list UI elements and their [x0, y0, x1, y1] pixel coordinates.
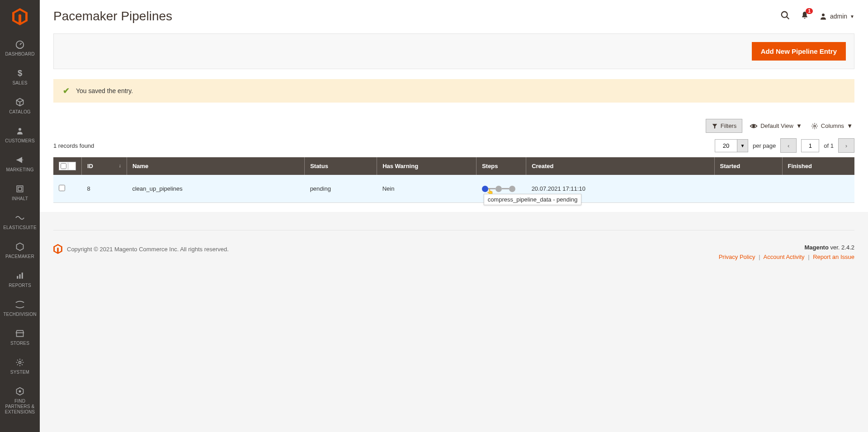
grid-header-row: ▼ ID↓ Name Status Has Warning Steps Crea… — [53, 157, 854, 175]
row-checkbox[interactable] — [59, 185, 65, 191]
sidebar-item-dashboard[interactable]: DASHBOARD — [0, 33, 40, 62]
success-text: You saved the entry. — [76, 87, 133, 94]
gear-icon — [15, 357, 24, 368]
page-input[interactable] — [801, 139, 819, 152]
page-total-label: of 1 — [824, 142, 834, 149]
sidebar-item-partners[interactable]: FIND PARTNERS & EXTENSIONS — [0, 380, 40, 420]
svg-point-8 — [19, 362, 21, 364]
default-view-button[interactable]: Default View ▼ — [748, 119, 804, 133]
sidebar-label: MARKETING — [6, 167, 33, 173]
sidebar-item-customers[interactable]: CUSTOMERS — [0, 120, 40, 149]
col-steps[interactable]: Steps — [476, 157, 526, 175]
sidebar-item-system[interactable]: SYSTEM — [0, 352, 40, 380]
svg-point-13 — [753, 125, 755, 127]
columns-button[interactable]: Columns ▼ — [809, 119, 854, 133]
step-dot-2[interactable] — [495, 186, 502, 192]
check-icon: ✔ — [63, 86, 70, 96]
admin-user-menu[interactable]: admin ▼ — [819, 12, 854, 20]
prev-page-button[interactable]: ‹ — [780, 138, 797, 153]
footer-right: Magento ver. 2.4.2 Privacy Policy | Acco… — [719, 244, 854, 260]
columns-label: Columns — [821, 122, 844, 129]
sidebar-item-stores[interactable]: STORES — [0, 323, 40, 352]
sidebar-label: SALES — [12, 80, 27, 86]
puzzle-icon — [15, 386, 24, 397]
footer-version: Magento ver. 2.4.2 — [719, 244, 854, 251]
td-icon — [15, 299, 25, 310]
next-page-button[interactable]: › — [838, 138, 854, 153]
header-actions: 1 admin ▼ — [780, 10, 854, 23]
search-icon[interactable] — [780, 10, 790, 23]
caret-down-icon: ▼ — [847, 122, 853, 129]
page-title: Pacemaker Pipelines — [53, 9, 172, 23]
sidebar-label: SYSTEM — [10, 370, 29, 375]
magento-logo[interactable] — [0, 0, 40, 33]
sidebar-item-reports[interactable]: REPORTS — [0, 265, 40, 294]
col-started[interactable]: Started — [714, 157, 782, 175]
col-finished[interactable]: Finished — [782, 157, 854, 175]
person-icon — [16, 126, 24, 136]
grid-toolbar-top: Filters Default View ▼ Columns ▼ — [53, 119, 854, 133]
row-id: 8 — [81, 175, 127, 203]
elastic-icon — [15, 212, 25, 223]
step-dot-3[interactable] — [509, 186, 515, 192]
sidebar-label: ELASTICSUITE — [3, 225, 37, 230]
grid-toolbar-bottom: 1 records found ▼ per page ‹ of 1 › — [53, 138, 854, 153]
col-name[interactable]: Name — [127, 157, 304, 175]
step-dot-1[interactable] — [482, 186, 488, 192]
account-activity-link[interactable]: Account Activity — [764, 254, 805, 260]
stores-icon — [15, 328, 24, 339]
filters-label: Filters — [721, 122, 736, 129]
col-select[interactable]: ▼ — [53, 157, 81, 175]
sidebar-label: FIND PARTNERS & EXTENSIONS — [2, 399, 38, 415]
select-dropdown-icon[interactable]: ▼ — [68, 163, 75, 169]
funnel-icon — [712, 123, 718, 129]
success-message: ✔ You saved the entry. — [53, 79, 854, 103]
notif-badge: 1 — [806, 8, 813, 14]
dashboard-icon — [15, 39, 25, 50]
pagination: ▼ per page ‹ of 1 › — [715, 138, 854, 153]
sidebar-item-marketing[interactable]: MARKETING — [0, 149, 40, 178]
privacy-policy-link[interactable]: Privacy Policy — [719, 254, 755, 260]
sidebar-item-sales[interactable]: $ SALES — [0, 62, 40, 91]
sidebar-label: CATALOG — [9, 109, 31, 115]
caret-down-icon: ▼ — [796, 122, 802, 129]
page-footer: Copyright © 2021 Magento Commerce Inc. A… — [53, 230, 854, 260]
filters-button[interactable]: Filters — [706, 119, 742, 133]
notifications-button[interactable]: 1 — [800, 11, 809, 22]
add-new-pipeline-button[interactable]: Add New Pipeline Entry — [752, 42, 846, 61]
page-size-dropdown[interactable]: ▼ — [737, 139, 748, 152]
step-line — [502, 188, 509, 189]
sidebar-item-techdivision[interactable]: TECHDIVISION — [0, 294, 40, 323]
row-status: pending — [305, 175, 377, 203]
admin-sidebar: DASHBOARD $ SALES CATALOG CUSTOMERS MARK… — [0, 0, 40, 432]
svg-rect-4 — [18, 187, 22, 191]
col-status[interactable]: Status — [305, 157, 377, 175]
sidebar-label: TECHDIVISION — [3, 312, 37, 317]
report-issue-link[interactable]: Report an Issue — [813, 254, 854, 260]
row-started — [714, 175, 782, 203]
col-created[interactable]: Created — [526, 157, 714, 175]
svg-rect-3 — [17, 186, 23, 192]
row-select-cell — [53, 175, 81, 203]
svg-rect-5 — [17, 276, 18, 279]
sidebar-label: REPORTS — [9, 283, 31, 288]
svg-point-12 — [822, 14, 825, 16]
box-icon — [15, 97, 24, 108]
page-size-input[interactable] — [715, 139, 737, 152]
col-has-warning[interactable]: Has Warning — [377, 157, 476, 175]
row-steps: 👆 compress_pipeline_data - pending — [476, 175, 526, 203]
svg-point-2 — [19, 128, 21, 131]
table-row[interactable]: 8 clean_up_pipelines pending Nein 👆 comp… — [53, 175, 854, 203]
gear-icon — [811, 122, 818, 130]
step-tooltip: compress_pipeline_data - pending — [484, 194, 582, 205]
sidebar-item-pacemaker[interactable]: PACEMAKER — [0, 236, 40, 265]
sidebar-label: STORES — [10, 341, 29, 346]
sidebar-item-catalog[interactable]: CATALOG — [0, 91, 40, 120]
row-name: clean_up_pipelines — [127, 175, 304, 203]
svg-point-10 — [782, 11, 788, 17]
col-id[interactable]: ID↓ — [81, 157, 127, 175]
sidebar-item-elasticsuite[interactable]: ELASTICSUITE — [0, 207, 40, 236]
steps-indicator[interactable]: 👆 compress_pipeline_data - pending — [482, 186, 521, 192]
select-all-checkbox[interactable]: ▼ — [59, 162, 76, 170]
sidebar-item-inhalt[interactable]: INHALT — [0, 178, 40, 207]
